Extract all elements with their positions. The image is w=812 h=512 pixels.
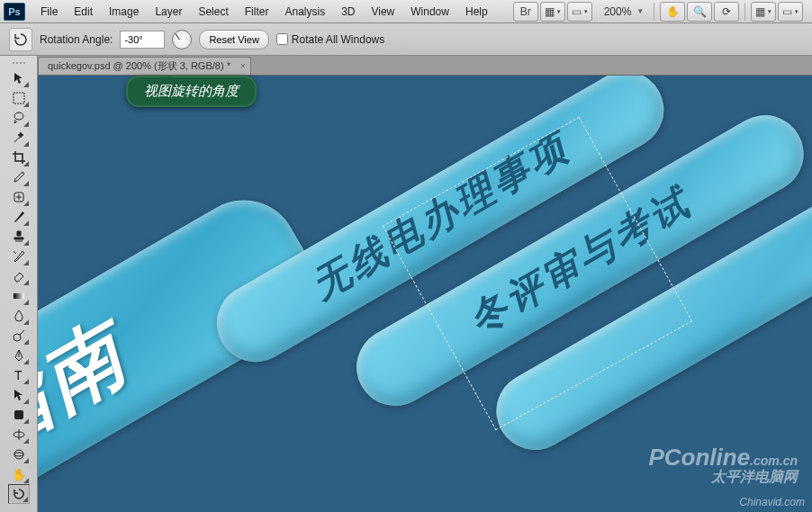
rotation-angle-label: Rotation Angle: [40,33,113,46]
healing-brush-tool[interactable] [8,187,30,207]
stamp-tool[interactable] [8,227,30,247]
brush-tool[interactable] [8,207,30,227]
reset-view-button[interactable]: Reset View [199,30,268,49]
watermark-brand: PConline.com.cn 太平洋电脑网 [648,444,798,487]
svg-point-3 [14,334,21,341]
rotation-angle-input[interactable] [120,31,165,49]
shape-tool[interactable] [8,405,30,425]
toolbox-grip[interactable] [0,59,37,67]
rotation-angle-dial[interactable] [172,30,192,49]
rotate-view-icon [13,31,29,48]
rotate-icon: ⟳ [722,5,731,18]
zoom-level[interactable]: 200% ▼ [599,4,645,20]
eyedropper-tool[interactable] [8,167,30,187]
zoom-value: 200% [599,4,637,20]
filmstrip-icon: ▦ [545,5,555,18]
rotate-all-label: Rotate All Windows [292,33,384,46]
options-bar: Rotation Angle: Reset View Rotate All Wi… [0,23,812,56]
zoom-icon: 🔍 [693,5,707,18]
svg-rect-0 [14,93,24,103]
wand-tool[interactable] [8,128,30,148]
menu-file[interactable]: File [32,3,66,21]
menu-help[interactable]: Help [457,3,496,21]
zoom-tool-shortcut[interactable]: 🔍 [687,2,712,22]
menu-view[interactable]: View [363,3,402,21]
svg-rect-2 [14,293,24,299]
screen-mode-dropdown[interactable]: ▭ [567,2,592,22]
menu-bar: Ps File Edit Image Layer Select Filter A… [0,0,812,23]
main-pill-text: 事指南 [38,299,148,512]
eraser-tool[interactable] [8,266,30,286]
lasso-tool[interactable] [8,108,30,128]
document-tab-bar: quickegov.psd @ 200% (形状 3, RGB/8) * × [0,56,812,76]
move-tool[interactable] [8,68,30,88]
svg-text:T: T [14,368,23,382]
menu-image[interactable]: Image [101,3,147,21]
3d-rotate-tool[interactable] [8,425,30,445]
current-tool-preset[interactable] [9,28,32,51]
screen-icon: ▭ [782,5,792,18]
menu-filter[interactable]: Filter [237,3,277,21]
menu-select[interactable]: Select [190,3,236,21]
path-select-tool[interactable] [8,385,30,405]
rotate-all-windows-checkbox[interactable]: Rotate All Windows [276,33,384,46]
watermark-site: Chinavid.com [739,496,805,508]
blur-tool[interactable] [8,306,30,326]
annotation-tooltip: 视图旋转的角度 [126,76,257,107]
close-tab-icon[interactable]: × [240,61,246,71]
grid-icon: ▦ [755,5,765,18]
history-brush-tool[interactable] [8,247,30,266]
menu-3d[interactable]: 3D [333,3,363,21]
bridge-button[interactable]: Br [513,2,538,22]
menu-analysis[interactable]: Analysis [276,3,333,21]
screen-mode-dropdown-2[interactable]: ▭ [778,2,803,22]
hand-icon: ✋ [12,468,26,481]
document-tab-title: quickegov.psd @ 200% (形状 3, RGB/8) * [48,59,230,73]
work-area: 事指南 无线电办理事项 冬评审与考试 PConline.com.cn 太平洋电脑… [38,76,812,512]
menu-layer[interactable]: Layer [147,3,190,21]
hand-tool-shortcut[interactable]: ✋ [660,2,685,22]
tool-palette: T ✋ [0,56,38,512]
view-extras-dropdown[interactable]: ▦ [540,2,565,22]
dodge-tool[interactable] [8,326,30,346]
pen-tool[interactable] [8,346,30,365]
svg-point-8 [14,453,23,456]
gradient-tool[interactable] [8,286,30,306]
svg-point-7 [14,450,23,459]
menu-window[interactable]: Window [402,3,457,21]
hand-icon: ✋ [666,5,680,18]
type-tool[interactable]: T [8,365,30,385]
chevron-down-icon: ▼ [636,7,644,15]
crop-tool[interactable] [8,148,30,167]
3d-orbit-tool[interactable] [8,445,30,464]
rotate-all-checkbox-input[interactable] [276,33,288,45]
rotate-view-tool[interactable] [8,484,30,504]
document-tab[interactable]: quickegov.psd @ 200% (形状 3, RGB/8) * × [38,57,251,75]
bridge-icon: Br [520,5,531,18]
svg-rect-5 [14,410,23,419]
screen-icon: ▭ [572,5,582,18]
menu-edit[interactable]: Edit [66,3,101,21]
app-logo: Ps [4,3,25,21]
arrange-docs-dropdown[interactable]: ▦ [751,2,776,22]
separator [744,3,745,21]
separator [654,3,654,21]
hand-tool[interactable]: ✋ [8,464,30,484]
rotate-tool-shortcut[interactable]: ⟳ [714,2,739,22]
marquee-tool[interactable] [8,88,30,108]
